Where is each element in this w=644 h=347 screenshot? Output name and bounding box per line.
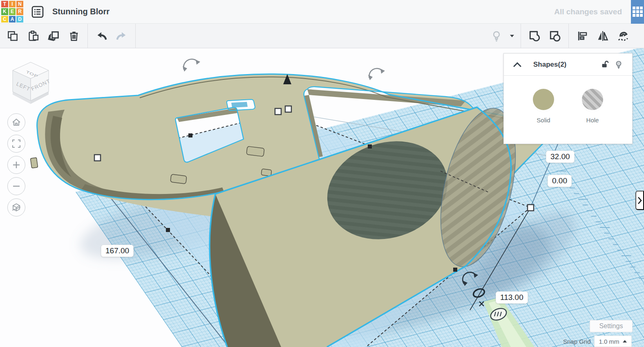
logo-letter: D [16,16,23,23]
group-icon [528,29,541,43]
redo-button[interactable] [112,24,132,48]
home-view-button[interactable] [7,113,25,131]
chevron-up-icon [513,62,521,67]
view-cube[interactable]: TOP LEFT FRONT [5,56,58,110]
solid-swatch[interactable] [533,89,554,110]
depth-dimension-field[interactable]: 113.00 [496,291,528,304]
lock-button[interactable] [598,58,612,72]
lightbulb-icon [614,60,623,69]
mirror-button[interactable] [593,24,613,48]
save-status: All changes saved [554,7,622,16]
tinkercad-logo[interactable]: T I N K E R C A D [1,0,24,23]
height-dimension-field[interactable]: 32.00 [546,151,575,163]
magnet-icon [616,29,630,43]
caret-down-icon [510,34,514,38]
logo-letter: C [1,16,8,23]
width-dimension-field[interactable]: 167.00 [101,245,134,257]
toolbar-separator [87,24,88,48]
mirror-icon [596,29,609,43]
height-scale-handle[interactable] [285,106,291,112]
view-controls [7,113,25,216]
snap-magnet-button[interactable] [613,24,633,48]
ruler-strip [483,297,534,347]
design-title[interactable]: Stunning Blorr [52,7,110,16]
copy-button[interactable] [2,24,23,48]
ungroup-button[interactable] [545,24,565,48]
solid-label: Solid [537,117,550,124]
hole-label: Hole [586,117,599,124]
logo-letter: N [16,1,23,8]
grid-icon [633,7,643,17]
logo-letter: K [1,8,8,15]
rotate-handle[interactable] [183,59,200,72]
undo-icon [95,29,108,43]
scale-handle-top[interactable] [275,108,281,115]
list-menu-icon [31,5,45,19]
toolbar-separator [135,24,136,48]
hide-button[interactable] [612,58,626,72]
base-dimension-field[interactable]: 0.00 [548,175,572,187]
perspective-toggle-button[interactable] [7,198,25,216]
undo-button[interactable] [91,24,112,48]
logo-letter: E [9,8,16,15]
edge-handle[interactable] [166,228,170,232]
hole-option[interactable]: Hole [582,89,603,124]
design-menu-button[interactable] [29,3,47,21]
zoom-in-button[interactable] [7,156,25,174]
apps-grid-button[interactable] [631,0,644,24]
logo-letter: I [9,1,16,8]
snap-grid-label: Snap Grid [563,338,591,345]
edge-handle[interactable] [188,133,192,137]
shapes-panel-header: Shapes(2) [504,54,632,76]
minus-icon [11,181,22,192]
snap-grid-value: 1.0 mm [599,338,619,345]
fit-view-icon [11,138,22,149]
scale-handle-left[interactable] [94,155,101,161]
hole-swatch[interactable] [582,89,603,110]
shapes-panel-title: Shapes(2) [533,61,566,69]
chevron-right-icon [637,197,642,204]
perspective-cube-icon [11,202,22,213]
paste-icon [27,30,39,42]
snap-grid-select[interactable]: 1.0 mm [594,336,632,347]
lightbulb-icon [490,30,503,42]
show-all-button[interactable] [486,24,507,48]
shapes-panel: Shapes(2) Solid Hole [503,53,633,144]
settings-button[interactable]: Settings [590,320,633,332]
scale-handle-right[interactable] [528,205,534,211]
delete-button[interactable] [64,24,84,48]
expand-sidebar-tab[interactable] [635,191,644,210]
caret-up-icon [623,340,627,342]
plus-icon [11,160,22,170]
home-icon [11,117,22,128]
edge-handle[interactable] [368,144,372,149]
logo-letter: T [1,1,8,8]
zoom-out-button[interactable] [7,177,25,195]
redo-icon [115,29,128,43]
duplicate-button[interactable] [43,24,64,48]
solid-option[interactable]: Solid [533,89,554,124]
logo-letter: A [9,16,16,23]
toolbar-separator [568,24,569,48]
toolbar-separator [521,24,521,48]
unlock-icon [600,60,609,69]
rotate-handle[interactable] [368,68,385,80]
paste-button[interactable] [23,24,43,48]
shapes-panel-body: Solid Hole [504,76,632,124]
trash-icon [68,30,80,42]
edit-toolbar [0,24,644,48]
align-icon [576,30,588,42]
top-bar: T I N K E R C A D Stunning Blorr All cha… [0,0,644,24]
collapse-panel-button[interactable] [510,58,524,72]
logo-letter: R [16,8,23,15]
show-all-dropdown[interactable] [507,24,517,48]
duplicate-icon [47,29,60,43]
ungroup-icon [548,29,561,43]
snap-grid-control: Snap Grid 1.0 mm [563,336,632,347]
viewport: 167.00 32.00 0.00 113.00 TOP LEFT FRONT [0,48,644,347]
copy-icon [7,30,19,42]
group-button[interactable] [524,24,545,48]
fit-view-button[interactable] [7,135,25,153]
align-button[interactable] [572,24,593,48]
edge-handle[interactable] [453,268,457,272]
